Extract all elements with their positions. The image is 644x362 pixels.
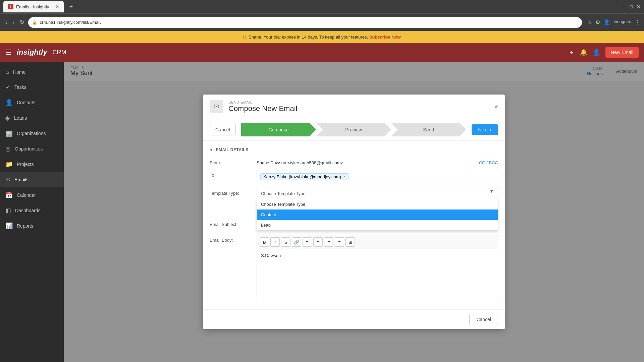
cc-bcc-link[interactable]: CC / BCC xyxy=(479,158,498,165)
calendar-icon: 📅 xyxy=(5,191,13,199)
maximize-icon[interactable]: □ xyxy=(630,4,633,9)
modal-footer: Cancel xyxy=(203,309,505,329)
back-button[interactable]: ‹ xyxy=(4,18,8,27)
template-option-lead[interactable]: Lead xyxy=(257,220,498,230)
add-icon[interactable]: ＋ xyxy=(569,48,575,56)
trial-banner: Hi Shane. Your trial expires in 14 days.… xyxy=(0,31,644,43)
sidebar-item-label: Tasks xyxy=(14,84,26,90)
to-row: To: Kenzy Blake (knzyblake@moodjoy.com) … xyxy=(210,170,498,183)
profile-icon[interactable]: 👤 xyxy=(603,19,610,25)
window-controls: ─ □ ✕ xyxy=(623,4,641,9)
reload-button[interactable]: ↻ xyxy=(18,18,25,27)
bookmark-icon[interactable]: ☆ xyxy=(587,19,592,25)
nav-icons: ☆ ⚙ 👤 Incognito ⋮ xyxy=(587,19,640,25)
hamburger-icon[interactable]: ☰ xyxy=(5,48,11,56)
template-select-wrapper: Choose Template Type ▼ Choose Template T… xyxy=(257,188,498,199)
browser-chrome: i Emails - Insightly ✕ + ─ □ ✕ ‹ › ↻ 🔒 c… xyxy=(0,0,644,31)
sidebar-item-calendar[interactable]: 📅 Calendar xyxy=(0,187,64,203)
toolbar-strikethrough[interactable]: S xyxy=(281,237,290,247)
sidebar-item-contacts[interactable]: 👤 Contacts xyxy=(0,95,64,110)
app-header: ☰ insightly CRM ＋ 🔔 👤 New Email xyxy=(0,43,644,62)
header-right: ＋ 🔔 👤 New Email xyxy=(569,47,639,58)
sidebar-item-opportunities[interactable]: ◎ Opportunities xyxy=(0,141,64,157)
from-label: From: xyxy=(210,158,257,165)
trial-text: Hi Shane. Your trial expires in 14 days.… xyxy=(243,35,368,40)
browser-tab[interactable]: i Emails - Insightly ✕ xyxy=(3,1,64,12)
new-email-button[interactable]: New Email xyxy=(605,47,639,58)
notification-icon[interactable]: 🔔 xyxy=(580,49,587,56)
new-tab-button[interactable]: + xyxy=(66,2,76,11)
crm-label: CRM xyxy=(52,49,66,56)
template-type-select[interactable]: Choose Template Type ▼ xyxy=(257,188,498,199)
recipient-remove-icon[interactable]: × xyxy=(343,174,345,179)
body-content: S.Dawson xyxy=(261,253,281,258)
browser-titlebar: i Emails - Insightly ✕ + ─ □ ✕ xyxy=(0,0,644,13)
select-chevron-icon: ▼ xyxy=(489,189,494,194)
tab-close-icon[interactable]: ✕ xyxy=(56,4,59,9)
extensions-icon[interactable]: ⚙ xyxy=(595,19,600,25)
modal-title: Compose New Email xyxy=(228,104,489,113)
reports-icon: 📊 xyxy=(5,222,13,230)
lock-icon: 🔒 xyxy=(32,20,37,25)
wizard-steps: Compose Preview Send xyxy=(241,123,466,136)
cancel-button[interactable]: Cancel xyxy=(210,124,236,135)
modal-subtitle: SEND EMAIL xyxy=(228,100,489,104)
from-value: Shane Dawson <tylersarah508@gmail.com> xyxy=(257,158,474,165)
template-dropdown: Choose Template Type Contact Lead xyxy=(257,199,498,231)
close-icon[interactable]: ✕ xyxy=(637,4,641,9)
sidebar-item-reports[interactable]: 📊 Reports xyxy=(0,218,64,234)
template-type-label: Template Type: xyxy=(210,188,257,196)
sidebar-item-leads[interactable]: ◈ Leads xyxy=(0,110,64,126)
email-subject-label: Email Subject: xyxy=(210,219,257,227)
sidebar-item-projects[interactable]: 📁 Projects xyxy=(0,157,64,172)
modal-close-button[interactable]: × xyxy=(494,103,498,111)
toolbar-link[interactable]: 🔗 xyxy=(292,237,301,247)
content-area: EMAILS My Sent TAGS No Tags Addendum ✉ S… xyxy=(64,62,644,362)
template-option-contact[interactable]: Contact xyxy=(257,209,498,220)
next-arrow-icon: › xyxy=(490,127,491,132)
toolbar-italic[interactable]: I xyxy=(270,237,280,247)
toolbar-align-center[interactable]: ≡ xyxy=(324,237,333,247)
sidebar-item-label: Calendar xyxy=(17,192,36,198)
browser-navbar: ‹ › ↻ 🔒 crm.na1.insightly.com/list/Email… xyxy=(0,13,644,31)
toolbar-align-left[interactable]: ≡ xyxy=(313,237,323,247)
logo: insightly xyxy=(17,48,47,57)
sidebar-item-dashboards[interactable]: ◧ Dashboards xyxy=(0,203,64,218)
template-option-default[interactable]: Choose Template Type xyxy=(257,199,498,209)
recipient-name: Kenzy Blake (knzyblake@moodjoy.com) xyxy=(263,174,341,179)
menu-icon[interactable]: ⋮ xyxy=(635,19,640,25)
editor-toolbar: B I S 🔗 ≡ ≡ ≡ ≡ ⊞ xyxy=(257,235,498,249)
option-label: Choose Template Type xyxy=(261,202,306,207)
send-step-label: Send xyxy=(423,127,434,132)
dashboards-icon: ◧ xyxy=(5,207,11,214)
sidebar-item-emails[interactable]: ✉ Emails xyxy=(0,172,64,187)
option-label: Lead xyxy=(261,223,271,228)
sidebar-item-tasks[interactable]: ✓ Tasks xyxy=(0,79,64,95)
email-body-editor[interactable]: S.Dawson xyxy=(257,249,498,299)
modal-icon: ✉ xyxy=(210,100,223,113)
projects-icon: 📁 xyxy=(5,161,13,168)
sidebar-item-label: Dashboards xyxy=(15,208,41,213)
address-bar[interactable]: 🔒 crm.na1.insightly.com/list/Email/ xyxy=(28,17,582,28)
emails-icon: ✉ xyxy=(5,176,10,183)
toolbar-list-unordered[interactable]: ≡ xyxy=(303,237,312,247)
toolbar-table[interactable]: ⊞ xyxy=(345,237,355,247)
to-field[interactable]: Kenzy Blake (knzyblake@moodjoy.com) × xyxy=(257,170,498,183)
user-avatar[interactable]: 👤 xyxy=(593,49,600,56)
email-body-row: Email Body: B I S 🔗 ≡ ≡ ≡ ≡ ⊞ xyxy=(210,235,498,299)
footer-cancel-button[interactable]: Cancel xyxy=(469,314,498,325)
toolbar-align-right[interactable]: ≡ xyxy=(335,237,344,247)
minimize-icon[interactable]: ─ xyxy=(623,4,626,9)
organizations-icon: 🏢 xyxy=(5,130,13,137)
compose-email-modal: ✉ SEND EMAIL Compose New Email × Cancel … xyxy=(203,95,505,329)
sidebar-item-organizations[interactable]: 🏢 Organizations xyxy=(0,126,64,141)
recipient-tag: Kenzy Blake (knzyblake@moodjoy.com) × xyxy=(260,173,348,180)
forward-button[interactable]: › xyxy=(11,18,15,27)
template-type-row: Template Type: Choose Template Type ▼ Ch… xyxy=(210,188,498,199)
sidebar-item-label: Home xyxy=(13,69,25,75)
toolbar-bold[interactable]: B xyxy=(260,237,269,247)
subscribe-link[interactable]: Subscribe Now xyxy=(369,35,401,40)
sidebar-item-home[interactable]: ⌂ Home xyxy=(0,64,64,79)
next-button[interactable]: Next › xyxy=(472,124,498,135)
sidebar-item-label: Leads xyxy=(14,115,27,121)
